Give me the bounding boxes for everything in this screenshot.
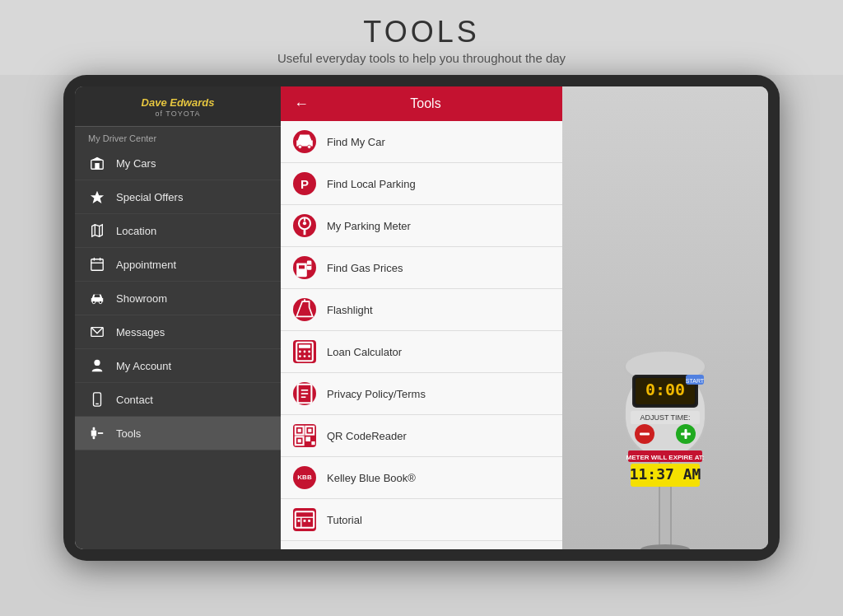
star-icon (88, 188, 106, 206)
wrench-icon (88, 424, 106, 442)
svg-point-37 (308, 355, 310, 357)
svg-point-12 (94, 360, 100, 366)
find-local-parking-label: Find Local Parking (327, 178, 416, 190)
sidebar-item-appointment[interactable]: Appointment (75, 248, 281, 282)
tutorial-icon (292, 507, 317, 532)
qr-reader-label: QR CodeReader (327, 430, 407, 442)
svg-rect-1 (95, 163, 99, 169)
svg-text:0:00: 0:00 (645, 380, 685, 399)
calendar-icon (88, 255, 106, 273)
sidebar-item-special-offers[interactable]: Special Offers (75, 180, 281, 214)
svg-rect-53 (298, 520, 300, 522)
tool-item-find-my-car[interactable]: Find My Car (281, 121, 562, 163)
svg-point-58 (640, 544, 690, 549)
sidebar-item-location[interactable]: Location (75, 214, 281, 248)
tool-item-my-parking-meter[interactable]: My Parking Meter (281, 205, 562, 247)
svg-text:METER WILL EXPIRE AT:: METER WILL EXPIRE AT: (626, 454, 705, 461)
envelope-icon (88, 323, 106, 341)
svg-point-36 (304, 355, 306, 357)
svg-point-20 (308, 145, 311, 148)
svg-text:START: START (686, 378, 705, 384)
sidebar-label-contact: Contact (116, 394, 153, 406)
tool-item-kelley-blue-book[interactable]: KBB Kelley Blue Book® (281, 457, 562, 499)
tools-panel-title: Tools (322, 96, 529, 111)
svg-rect-5 (91, 259, 103, 271)
svg-rect-16 (93, 427, 95, 431)
tool-item-loan-calculator[interactable]: Loan Calculator (281, 331, 562, 373)
privacy-policy-label: Privacy Policy/Terms (327, 388, 426, 400)
car-icon (88, 289, 106, 307)
tools-list: Find My Car P Find Local Parking (281, 121, 562, 549)
svg-point-33 (304, 351, 306, 353)
svg-rect-72 (640, 433, 650, 436)
sidebar-section-title: My Driver Center (75, 127, 281, 147)
svg-rect-47 (298, 439, 301, 442)
map-icon (88, 222, 106, 240)
svg-rect-75 (685, 429, 687, 439)
sidebar: Dave Edwards of TOYOTA My Driver Center … (75, 86, 281, 549)
kelley-blue-book-label: Kelley Blue Book® (327, 472, 416, 484)
find-gas-prices-icon (292, 255, 317, 280)
svg-point-9 (92, 301, 95, 304)
svg-rect-55 (308, 520, 310, 522)
page-title: TOOLS (0, 15, 843, 49)
loan-calculator-label: Loan Calculator (327, 346, 402, 358)
svg-text:11:37 AM: 11:37 AM (630, 465, 701, 483)
sidebar-label-tools: Tools (116, 427, 141, 440)
find-my-car-icon (292, 129, 317, 154)
svg-rect-15 (91, 430, 96, 436)
sidebar-item-contact[interactable]: Contact (75, 383, 281, 417)
back-button[interactable]: ← (294, 96, 309, 113)
find-local-parking-icon: P (292, 171, 317, 196)
sidebar-label-messages: Messages (116, 326, 165, 338)
meter-area: 0:00 START ADJUST TIME: METER WILL EXPIR… (562, 86, 768, 549)
svg-point-34 (308, 351, 310, 353)
find-my-car-label: Find My Car (327, 136, 385, 148)
svg-point-32 (299, 351, 301, 353)
my-parking-meter-label: My Parking Meter (327, 220, 411, 232)
sidebar-label-showroom: Showroom (116, 292, 167, 305)
svg-point-10 (99, 301, 102, 304)
page-header: TOOLS Useful everyday tools to help you … (0, 0, 843, 75)
tool-item-tutorial[interactable]: Tutorial (281, 499, 562, 541)
page-subtitle: Useful everyday tools to help you throug… (0, 51, 843, 65)
phone-icon (88, 390, 106, 408)
sidebar-label-appointment: Appointment (116, 259, 176, 271)
sidebar-item-my-account[interactable]: My Account (75, 349, 281, 383)
person-icon (88, 357, 106, 375)
sidebar-item-showroom[interactable]: Showroom (75, 282, 281, 315)
flashlight-label: Flashlight (327, 304, 373, 316)
svg-marker-2 (91, 191, 104, 203)
logo-dave: Dave Edwards (142, 96, 215, 109)
tools-header: ← Tools (281, 86, 562, 121)
svg-point-35 (299, 355, 301, 357)
tool-item-qr-reader[interactable]: QR CodeReader (281, 415, 562, 457)
flashlight-icon (292, 297, 317, 322)
tablet-screen: Dave Edwards of TOYOTA My Driver Center … (75, 86, 768, 549)
svg-rect-31 (299, 345, 310, 348)
sidebar-item-messages[interactable]: Messages (75, 315, 281, 349)
tool-item-privacy-policy[interactable]: Privacy Policy/Terms (281, 373, 562, 415)
sidebar-label-my-account: My Account (116, 360, 171, 372)
svg-rect-25 (296, 263, 307, 277)
tools-panel: ← Tools Find My Car P (281, 86, 562, 549)
svg-rect-48 (305, 436, 310, 441)
qr-reader-icon (292, 423, 317, 448)
svg-rect-17 (93, 436, 95, 440)
building-icon (88, 154, 106, 172)
tutorial-label: Tutorial (327, 514, 362, 526)
loan-calculator-icon (292, 339, 317, 364)
parking-meter-svg: 0:00 START ADJUST TIME: METER WILL EXPIR… (599, 286, 731, 549)
sidebar-label-location: Location (116, 225, 156, 237)
svg-rect-49 (311, 441, 314, 445)
svg-rect-45 (308, 429, 311, 432)
logo-toyota: of TOYOTA (75, 110, 281, 118)
privacy-policy-icon (292, 381, 317, 406)
sidebar-item-my-cars[interactable]: My Cars (75, 147, 281, 180)
my-parking-meter-icon (292, 213, 317, 238)
tool-item-flashlight[interactable]: Flashlight (281, 289, 562, 331)
svg-point-19 (298, 145, 301, 148)
sidebar-item-tools[interactable]: Tools (75, 417, 281, 450)
tool-item-find-local-parking[interactable]: P Find Local Parking (281, 163, 562, 205)
tool-item-find-gas-prices[interactable]: Find Gas Prices (281, 247, 562, 289)
